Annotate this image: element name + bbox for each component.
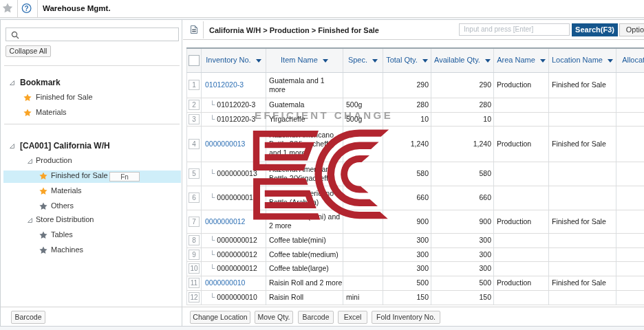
svg-text:?: ? xyxy=(25,5,29,12)
